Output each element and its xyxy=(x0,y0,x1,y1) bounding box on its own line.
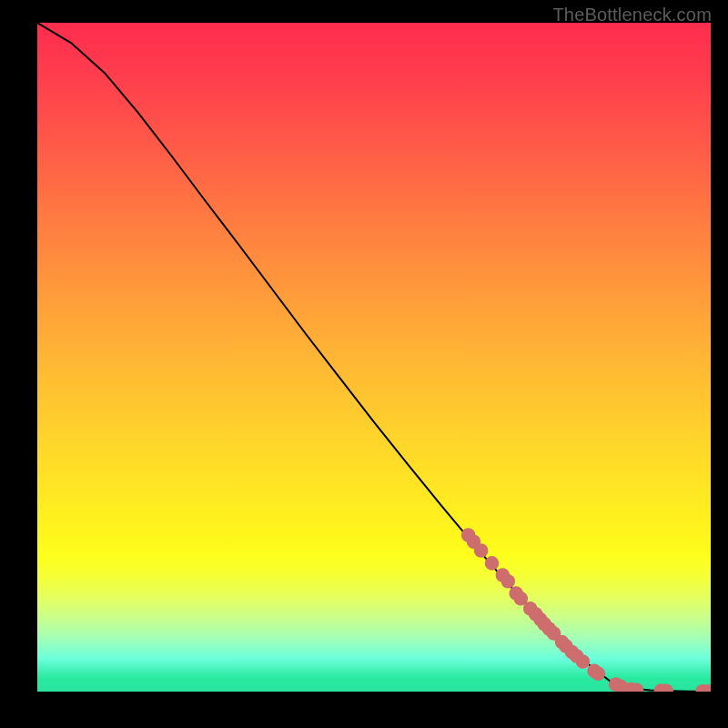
chart-marker-dot xyxy=(474,543,489,558)
watermark-text: TheBottleneck.com xyxy=(552,5,712,25)
chart-curve xyxy=(37,23,711,692)
chart-marker-dot xyxy=(592,666,606,681)
chart-svg-overlay xyxy=(37,23,711,692)
chart-marker-dot xyxy=(576,654,591,669)
chart-plot-area xyxy=(37,23,711,692)
chart-marker-dot xyxy=(500,574,515,589)
chart-marker-dot xyxy=(485,556,500,571)
chart-markers xyxy=(461,528,711,692)
